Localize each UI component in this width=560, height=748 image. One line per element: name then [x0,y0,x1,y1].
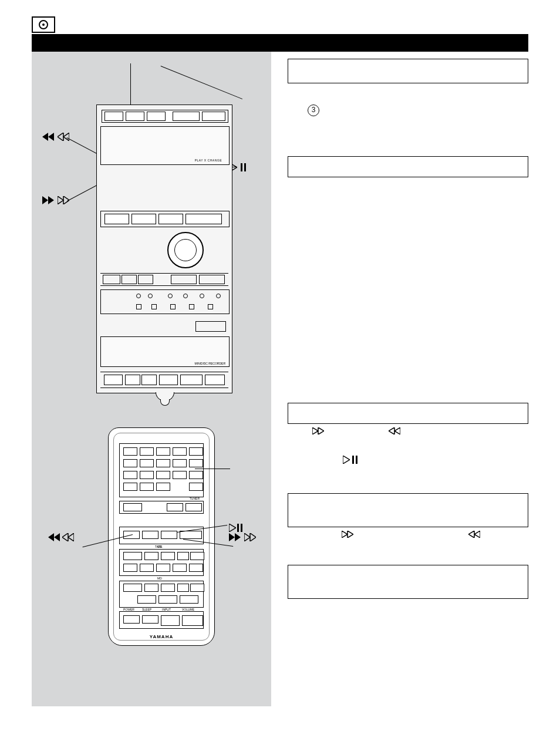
md-pause-button[interactable] [205,375,225,385]
remote-key-atime[interactable] [140,483,154,491]
remote-tape-k5[interactable] [189,564,203,572]
heading-box-1 [288,59,528,83]
cd-play-pause-button[interactable] [185,214,222,224]
md-transport-row [100,372,228,388]
remote-key-5[interactable] [189,447,203,456]
play-icon [229,524,236,532]
remote-input[interactable] [161,615,180,626]
remote-input-label: INPUT [162,608,171,611]
remote-sleep[interactable] [142,615,158,624]
remote-tape-row: TAPE [119,549,204,576]
remote-key-3[interactable] [156,447,170,456]
leader-line [161,66,242,99]
remote-md-ffw[interactable] [161,584,175,592]
remote-key-discskip[interactable] [173,471,187,479]
search-forward-icon [244,533,256,541]
remote-key-mode[interactable] [189,483,203,491]
search-forward-icon [58,196,69,204]
cd-stop-button[interactable] [158,214,183,224]
skip-forward-icon [42,196,54,204]
remote-cd-play-pause[interactable] [180,531,202,539]
remote-power[interactable] [123,615,140,624]
remote-key-prog[interactable] [140,471,154,479]
remote-md-k3[interactable] [180,595,198,604]
remote-cd-skip-fwd[interactable] [142,531,158,539]
remote-md-play[interactable] [190,584,204,592]
remote-md-stop[interactable] [177,584,189,592]
input-up-button[interactable] [199,275,225,284]
svg-rect-2 [237,524,239,532]
remote-key-plus10[interactable] [156,471,170,479]
remote-tape-k4[interactable] [173,564,187,572]
pause-icon [352,456,358,464]
remote-volume-label: VOLUME [182,608,194,611]
remote-tape-k1[interactable] [123,564,137,572]
remote-tuner-up[interactable] [185,503,202,511]
sleep-button[interactable] [122,275,137,284]
heading-box-3 [288,403,528,424]
input-down-button[interactable] [171,275,197,284]
svg-rect-5 [356,456,357,464]
md-skip-back-button[interactable] [125,375,140,385]
remote-md-rec[interactable] [123,584,142,592]
play-icon [343,456,350,464]
remote-tape-stop[interactable] [177,552,189,560]
remote-key-repeat[interactable] [123,483,137,491]
cd-transport-row [100,211,230,227]
volume-dial[interactable] [167,232,204,268]
display-button[interactable] [103,275,120,284]
search-back-icon [468,531,480,538]
remote-bottom-row: POWER SLEEP INPUT VOLUME [119,611,204,629]
remote-sleep-label: SLEEP [142,608,151,611]
standby-on-button[interactable] [195,321,226,332]
md-rec-button[interactable] [104,375,123,385]
disc-skip-button[interactable] [173,112,200,121]
md-play-button[interactable] [180,375,203,385]
remote-cd-stop[interactable] [161,531,177,539]
remote-md-k1[interactable] [137,595,156,604]
cd-skip-back-button[interactable] [104,214,129,224]
disc3-button[interactable] [147,112,166,121]
heading-box-5 [288,565,528,599]
remote-key-8[interactable] [156,459,170,467]
remote-tape-rec[interactable] [123,552,142,560]
remote-volume[interactable] [182,615,203,626]
md-skip-fwd-button[interactable] [141,375,157,385]
search-back-icon [58,133,69,141]
cd-badge-text: PLAY X CHANGE [195,159,222,162]
open-close-button[interactable] [202,112,225,121]
remote-key-misc[interactable] [189,471,203,479]
remote-md-rew[interactable] [144,584,158,592]
remote-tape-dir[interactable] [190,552,204,560]
remote-tuner-key1[interactable] [123,503,142,511]
cd-skip-fwd-button[interactable] [131,214,156,224]
remote-key-6[interactable] [123,459,137,467]
remote-key-random[interactable] [123,471,137,479]
leader-line [195,469,230,469]
remote-key-9[interactable] [173,459,187,467]
remote-tape-ffw[interactable] [161,552,175,560]
search-back-icon [389,427,400,434]
remote-tape-k3[interactable] [156,564,170,572]
remote-tuner-label: TUNER [190,497,200,500]
remote-key-0[interactable] [189,459,203,467]
disc-select-row [102,110,228,123]
right-text-column [288,52,528,599]
skip-forward-icon [229,533,241,541]
remote-key-7[interactable] [140,459,154,467]
remote-key-1[interactable] [123,447,137,456]
remote-cd-row: CD [119,527,204,544]
remote-tape-k2[interactable] [140,564,154,572]
disc2-button[interactable] [126,112,144,121]
remote-key-2[interactable] [140,447,154,456]
remote-key-4[interactable] [173,447,187,456]
remote-tuner-row: TUNER [119,501,204,514]
remote-md-k2[interactable] [158,595,177,604]
remote-key-stop2[interactable] [156,483,170,491]
heading-box-4 [288,493,528,527]
remote-tuner-down[interactable] [167,503,183,511]
remote-tape-rew[interactable] [144,552,158,560]
timer-button[interactable] [138,275,153,284]
disc1-button[interactable] [104,112,123,121]
md-stop-button[interactable] [159,375,178,385]
